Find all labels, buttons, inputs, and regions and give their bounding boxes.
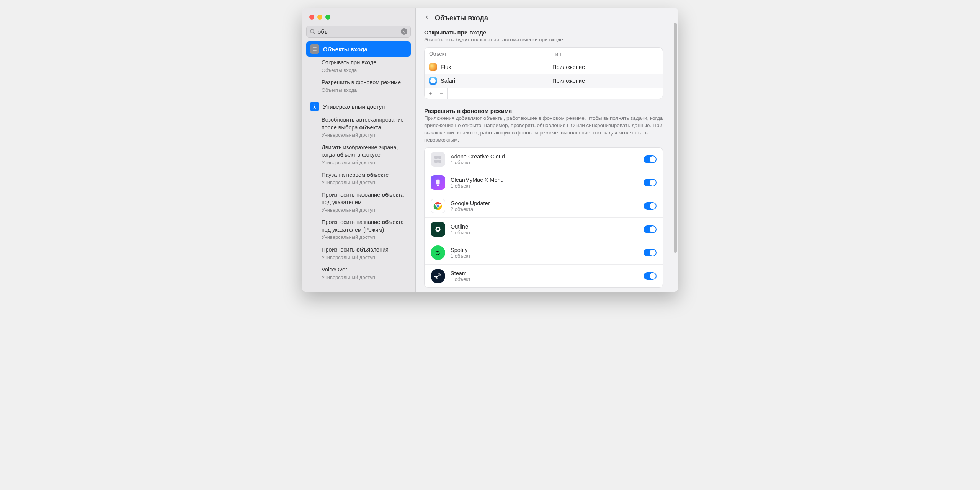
login-items-table: Объект Тип FluxПриложениеSafariПриложени… [424,47,663,99]
minimize-window-button[interactable] [317,15,322,20]
window-controls [302,8,415,20]
result-title: VoiceOver [322,266,407,274]
sidebar-search-result[interactable]: Произносить объявленияУниверсальный дост… [306,244,411,264]
toggle-switch[interactable] [644,249,657,256]
app-name: Outline [451,224,638,230]
sidebar-search-result[interactable]: Двигать изображение экрана, когда объект… [306,142,411,169]
app-name: CleanMyMac X Menu [451,177,638,183]
section-description: Приложения добавляют объекты, работающие… [424,115,663,144]
result-title: Возобновить автосканирование после выбор… [322,116,407,131]
search-field[interactable] [306,26,411,38]
sidebar-search-result[interactable]: Пауза на первом объектеУниверсальный дос… [306,169,411,189]
clear-search-button[interactable] [401,28,407,35]
result-title: Произносить объявления [322,246,407,254]
background-item-row: Steam1 объект [425,265,663,287]
background-item-row: Spotify1 объект [425,241,663,265]
search-icon [310,29,315,34]
column-header-item[interactable]: Объект [429,51,552,57]
app-name: Flux [441,64,451,70]
background-item-row: Outline1 объект [425,218,663,241]
table-row[interactable]: FluxПриложение [425,60,663,74]
app-name: Safari [441,78,455,84]
result-title: Разрешить в фоновом режиме [322,79,407,87]
sidebar-search-result[interactable]: Открывать при входеОбъекты входа [306,57,411,77]
toggle-switch[interactable] [644,179,657,186]
app-icon [429,63,437,71]
app-subtitle: 2 объекта [451,206,638,212]
list-icon [310,44,319,54]
background-item-row: Google Updater2 объекта [425,194,663,218]
chevron-left-icon [424,14,430,21]
result-category: Универсальный доступ [322,132,407,139]
open-at-login-section: Открывать при входе Эти объекты будут от… [416,28,671,106]
svg-rect-3 [434,160,438,163]
app-name: Google Updater [451,200,638,206]
sidebar-search-result[interactable]: Произносить название объекта под указате… [306,216,411,244]
toggle-switch[interactable] [644,202,657,210]
toggle-switch[interactable] [644,155,657,163]
sidebar-item-accessibility[interactable]: Универсальный доступ [306,99,411,114]
app-icon [431,199,445,213]
scrollbar[interactable] [674,23,677,253]
sidebar-search-result[interactable]: Произносить название объекта под указате… [306,189,411,217]
result-category: Универсальный доступ [322,159,407,166]
background-section: Разрешить в фоновом режиме Приложения до… [416,106,671,292]
table-row[interactable]: SafariПриложение [425,74,663,88]
section-description: Эти объекты будут открываться автоматиче… [424,36,663,44]
sidebar-item-label: Объекты входа [323,46,368,52]
svg-point-9 [437,205,439,207]
remove-item-button[interactable] [436,88,448,99]
main-pane: Объекты входа Открывать при входе Эти об… [416,8,678,292]
search-input[interactable] [315,28,401,35]
table-footer [425,88,663,99]
result-category: Универсальный доступ [322,274,407,281]
toggle-switch[interactable] [644,272,657,280]
result-title: Произносить название объекта под указате… [322,219,407,234]
result-category: Универсальный доступ [322,234,407,241]
result-category: Универсальный доступ [322,254,407,261]
svg-point-0 [314,105,315,106]
add-item-button[interactable] [425,88,436,99]
app-subtitle: 1 объект [451,230,638,235]
app-icon [429,77,437,85]
column-header-type[interactable]: Тип [552,51,658,57]
result-category: Объекты входа [322,87,407,94]
svg-rect-4 [438,160,441,163]
toggle-switch[interactable] [644,225,657,233]
close-icon [402,30,406,33]
app-subtitle: 1 объект [451,276,638,282]
svg-rect-1 [434,156,438,159]
zoom-window-button[interactable] [325,15,330,20]
result-title: Открывать при входе [322,59,407,67]
sidebar-item-label: Универсальный доступ [323,103,385,110]
section-heading: Разрешить в фоновом режиме [424,108,663,114]
app-type: Приложение [552,78,658,84]
sidebar-search-result[interactable]: Разрешить в фоновом режимеОбъекты входа [306,77,411,96]
app-icon [431,152,445,167]
app-name: Steam [451,270,638,276]
app-subtitle: 1 объект [451,160,638,165]
sidebar-nav: Объекты входа Открывать при входеОбъекты… [302,41,415,292]
sidebar-item-login-items[interactable]: Объекты входа [306,41,411,57]
svg-point-14 [439,274,440,276]
result-title: Двигать изображение экрана, когда объект… [322,144,407,159]
result-category: Универсальный доступ [322,179,407,186]
sidebar-search-result[interactable]: Возобновить автосканирование после выбор… [306,114,411,142]
app-icon [431,269,445,283]
app-subtitle: 1 объект [451,183,638,189]
svg-point-12 [437,228,439,231]
table-header: Объект Тип [425,48,663,60]
section-heading: Открывать при входе [424,29,663,36]
titlebar: Объекты входа [416,8,671,28]
accessibility-icon [310,102,319,111]
background-item-row: CleanMyMac X Menu1 объект [425,171,663,194]
background-item-row: Adobe Creative Cloud1 объект [425,148,663,171]
result-title: Произносить название объекта под указате… [322,191,407,206]
sidebar-search-result[interactable]: VoiceOverУниверсальный доступ [306,264,411,284]
close-window-button[interactable] [309,15,314,20]
back-button[interactable] [424,14,430,22]
svg-rect-6 [437,185,439,186]
app-name: Adobe Creative Cloud [451,154,638,160]
result-title: Пауза на первом объекте [322,172,407,179]
sidebar: Объекты входа Открывать при входеОбъекты… [302,8,416,292]
